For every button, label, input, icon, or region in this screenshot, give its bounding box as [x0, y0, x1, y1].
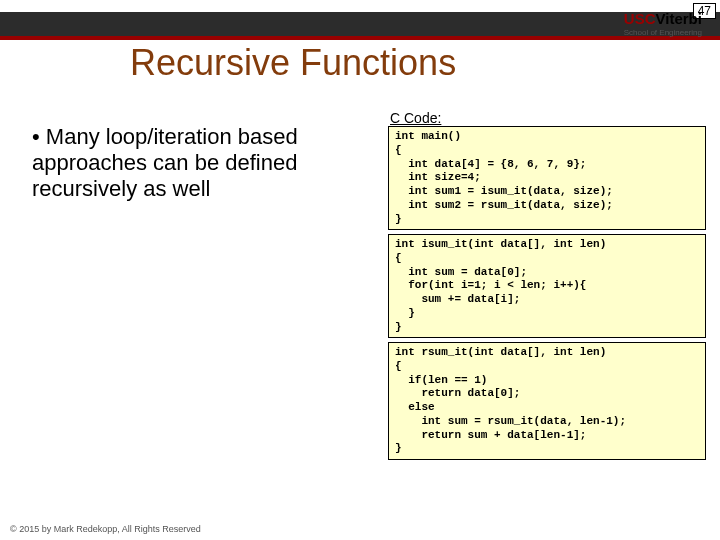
usc-viterbi-logo: USCViterbi School of Engineering: [624, 10, 702, 37]
code-block-main: int main() { int data[4] = {8, 6, 7, 9};…: [388, 126, 706, 230]
logo-viterbi: Viterbi: [655, 10, 701, 27]
header-dark-bar: [0, 12, 720, 36]
code-label: C Code:: [390, 110, 441, 126]
bullet-list: Many loop/iteration based approaches can…: [32, 124, 372, 202]
logo-subtitle: School of Engineering: [624, 28, 702, 37]
slide-title: Recursive Functions: [130, 42, 456, 84]
bullet-item: Many loop/iteration based approaches can…: [32, 124, 372, 202]
code-block-isum: int isum_it(int data[], int len) { int s…: [388, 234, 706, 338]
copyright-footer: © 2015 by Mark Redekopp, All Rights Rese…: [10, 524, 201, 534]
header-red-bar: [0, 36, 720, 40]
code-block-rsum: int rsum_it(int data[], int len) { if(le…: [388, 342, 706, 460]
logo-usc: USC: [624, 10, 656, 27]
